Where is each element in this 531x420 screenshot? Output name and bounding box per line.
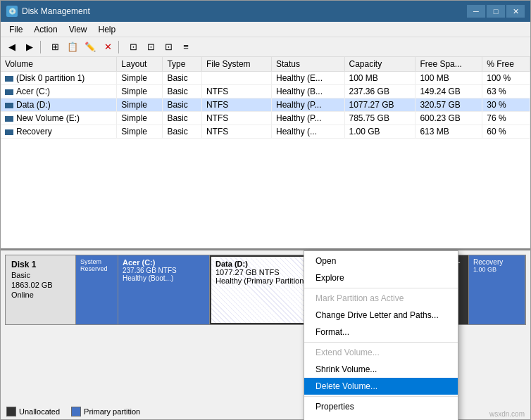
cell-pct: 100 % [482, 72, 530, 85]
table-row[interactable]: Data (D:) Simple Basic NTFS Healthy (P..… [1, 98, 530, 112]
cell-fs: NTFS [201, 98, 271, 112]
cell-type: Basic [163, 112, 201, 125]
cell-free: 100 MB [416, 72, 482, 85]
watermark: wsxdn.com [489, 410, 525, 418]
menu-file[interactable]: File [4, 23, 28, 36]
cell-status: Healthy (E... [272, 72, 345, 85]
cell-type: Basic [163, 125, 201, 139]
menu-view[interactable]: View [63, 23, 93, 36]
menu-action[interactable]: Action [28, 23, 63, 36]
close-button[interactable]: ✕ [506, 5, 525, 18]
table-row[interactable]: Acer (C:) Simple Basic NTFS Healthy (B..… [1, 85, 530, 98]
cell-volume: Recovery [1, 125, 117, 139]
ctx-item-help[interactable]: Help [304, 415, 458, 420]
cell-status: Healthy (P... [272, 112, 345, 125]
table-row[interactable]: New Volume (E:) Simple Basic NTFS Health… [1, 112, 530, 125]
toolbar-separator-1 [40, 41, 44, 53]
disk-label: Disk 1 Basic 1863.02 GB Online [6, 255, 76, 324]
acer-partition[interactable]: Acer (C:) 237.36 GB NTFS Healthy (Boot..… [118, 255, 210, 324]
toolbar-btn-3[interactable]: ✏️ [82, 39, 99, 55]
toolbar-btn-2[interactable]: 📋 [64, 39, 81, 55]
cell-status: Healthy (... [272, 125, 345, 139]
cell-volume: Acer (C:) [1, 85, 117, 98]
cell-status: Healthy (B... [272, 85, 345, 98]
ctx-item-shrink-volume-[interactable]: Shrink Volume... [304, 361, 458, 378]
cell-volume: (Disk 0 partition 1) [1, 72, 117, 85]
toolbar-separator-2 [118, 41, 123, 53]
cell-capacity: 785.75 GB [344, 112, 416, 125]
cell-layout: Simple [117, 112, 163, 125]
minimize-button[interactable]: ─ [467, 5, 485, 18]
table-row[interactable]: Recovery Simple Basic NTFS Healthy (... … [1, 125, 530, 139]
disk-title: Disk 1 [11, 260, 70, 269]
acer-status: Healthy (Boot...) [123, 274, 205, 282]
col-layout: Layout [117, 57, 163, 72]
toolbar-btn-7[interactable]: ⊡ [160, 39, 177, 55]
table-row[interactable]: (Disk 0 partition 1) Simple Basic Health… [1, 72, 530, 85]
volume-table-area: Volume Layout Type File System Status Ca… [1, 57, 530, 250]
ctx-item-properties[interactable]: Properties [304, 398, 458, 415]
ctx-item-extend-volume-: Extend Volume... [304, 344, 458, 361]
title-buttons: ─ □ ✕ [467, 5, 525, 18]
system-partition[interactable]: System Reserved [76, 255, 118, 324]
cell-capacity: 1077.27 GB [344, 98, 416, 112]
cell-capacity: 1.00 GB [344, 125, 416, 139]
disk-status: Online [11, 291, 70, 299]
ctx-separator [304, 396, 458, 397]
unalloc-swatch [6, 407, 16, 416]
primary-legend-label: Primary partition [84, 407, 140, 416]
cell-pct: 60 % [482, 125, 530, 139]
cell-layout: Simple [117, 72, 163, 85]
cell-pct: 63 % [482, 85, 530, 98]
sys-label: System Reserved [80, 258, 113, 272]
cell-layout: Simple [117, 98, 163, 112]
title-bar-left: 💿 Disk Management [6, 6, 90, 17]
acer-size: 237.36 GB NTFS [123, 267, 205, 274]
ctx-item-change-drive-letter-and-paths-[interactable]: Change Drive Letter and Paths... [304, 307, 458, 324]
ctx-item-mark-partition-as-active: Mark Partition as Active [304, 290, 458, 307]
legend-unalloc: Unallocated [6, 407, 60, 416]
cell-pct: 30 % [482, 98, 530, 112]
col-capacity: Capacity [344, 57, 416, 72]
toolbar-btn-5[interactable]: ⊡ [125, 39, 142, 55]
legend-primary: Primary partition [71, 407, 140, 416]
cell-layout: Simple [117, 125, 163, 139]
col-pct: % Free [482, 57, 530, 72]
cell-volume: New Volume (E:) [1, 112, 117, 125]
window-title: Disk Management [22, 6, 90, 16]
cell-free: 600.23 GB [416, 112, 482, 125]
cell-free: 149.24 GB [416, 85, 482, 98]
toolbar-back[interactable]: ◀ [4, 39, 20, 55]
cell-volume: Data (D:) [1, 98, 117, 112]
recovery-size: 1.00 GB [473, 266, 520, 273]
ctx-item-delete-volume-[interactable]: Delete Volume... [304, 378, 458, 395]
cell-free: 613 MB [416, 125, 482, 139]
cell-type: Basic [163, 72, 201, 85]
ctx-item-format-[interactable]: Format... [304, 324, 458, 341]
maximize-button[interactable]: □ [487, 5, 505, 18]
toolbar-btn-8[interactable]: ≡ [177, 39, 194, 55]
disk-view-area: Disk 1 Basic 1863.02 GB Online System Re… [1, 250, 530, 419]
disk-type: Basic [11, 271, 70, 279]
cell-capacity: 100 MB [344, 72, 416, 85]
cell-fs [201, 72, 271, 85]
cell-fs: NTFS [201, 112, 271, 125]
primary-swatch [71, 407, 81, 416]
toolbar-btn-6[interactable]: ⊡ [142, 39, 159, 55]
col-free: Free Spa... [416, 57, 482, 72]
unalloc-legend-label: Unallocated [19, 407, 60, 416]
col-type: Type [163, 57, 201, 72]
ctx-item-open[interactable]: Open [304, 253, 458, 269]
toolbar-btn-delete[interactable]: ✕ [99, 39, 116, 55]
toolbar-btn-1[interactable]: ⊞ [46, 39, 63, 55]
toolbar: ◀ ▶ ⊞ 📋 ✏️ ✕ ⊡ ⊡ ⊡ ≡ [1, 37, 530, 57]
recovery-partition[interactable]: Recovery 1.00 GB [469, 255, 525, 324]
ctx-separator [304, 288, 458, 288]
toolbar-forward[interactable]: ▶ [21, 39, 38, 55]
cell-free: 320.57 GB [416, 98, 482, 112]
context-menu: OpenExploreMark Partition as ActiveChang… [304, 250, 458, 420]
cell-status: Healthy (P... [272, 98, 345, 112]
ctx-item-explore[interactable]: Explore [304, 269, 458, 286]
menu-help[interactable]: Help [93, 23, 122, 36]
cell-fs: NTFS [201, 85, 271, 98]
